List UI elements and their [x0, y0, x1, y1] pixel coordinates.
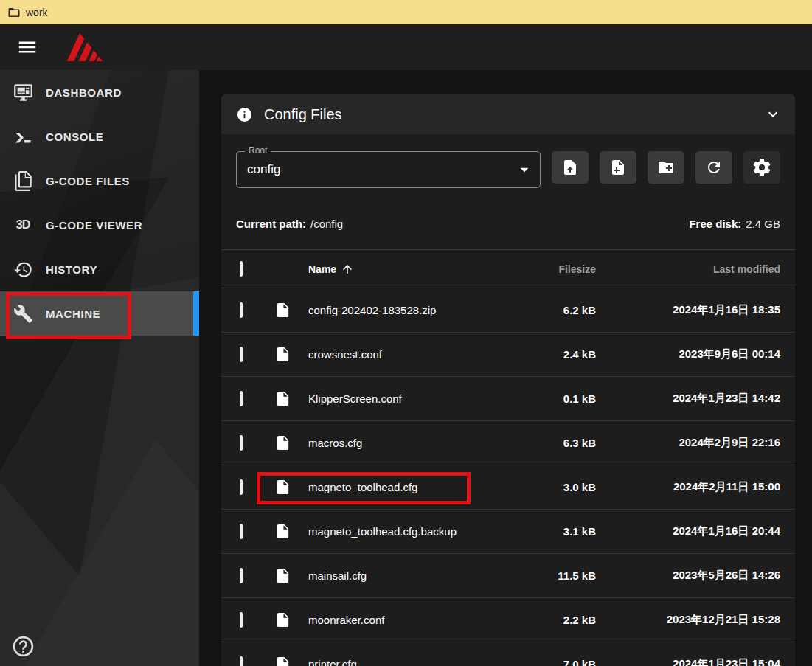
file-icon	[274, 522, 308, 541]
file-last-modified: 2023年5月26日 14:26	[673, 569, 780, 581]
file-icon	[274, 566, 291, 585]
sidebar-item-g-code-files[interactable]: G-CODE FILES	[0, 159, 199, 203]
file-row[interactable]: magneto_toolhead.cfg.backup3.1 kB2024年1月…	[221, 510, 795, 554]
file-icon	[274, 655, 308, 666]
file-last-modified: 2024年2月11日 15:00	[673, 480, 780, 493]
file-row[interactable]: crowsnest.conf2.4 kB2023年9月6日 00:14	[221, 333, 795, 377]
file-icon	[274, 434, 308, 452]
file-icon	[274, 389, 308, 408]
file-row[interactable]: printer.cfg7.0 kB2024年1月23日 15:04	[221, 642, 795, 666]
file-checkbox[interactable]	[240, 479, 243, 495]
file-icon	[274, 566, 308, 585]
file-icon	[274, 478, 291, 496]
root-select[interactable]: Root config	[236, 151, 541, 188]
root-select-label: Root	[245, 145, 271, 156]
main-content: Config Files Root config Current path:	[199, 70, 812, 666]
file-name: mainsail.cfg	[308, 569, 367, 582]
file-checkbox[interactable]	[240, 391, 243, 406]
file-checkbox[interactable]	[240, 435, 243, 451]
file-checkbox[interactable]	[240, 612, 243, 628]
file-checkbox[interactable]	[240, 347, 243, 362]
history-icon	[13, 260, 33, 280]
free-disk-value: 2.4 GB	[746, 218, 780, 230]
column-header-filesize[interactable]: Filesize	[558, 263, 596, 275]
free-disk-label: Free disk:	[689, 218, 741, 230]
file-row[interactable]: config-202402-183528.zip6.2 kB2024年1月16日…	[221, 288, 795, 333]
current-path-label: Current path:	[236, 218, 306, 230]
file-checkbox[interactable]	[240, 656, 243, 666]
file-size: 11.5 kB	[558, 569, 596, 582]
sidebar-item-g-code-viewer[interactable]: 3DG-CODE VIEWER	[0, 203, 199, 247]
machine-icon	[13, 304, 33, 324]
file-icon	[274, 611, 291, 629]
menu-icon[interactable]	[11, 32, 44, 62]
upload-file-button[interactable]	[552, 151, 589, 184]
sort-arrow-up-icon	[341, 263, 354, 276]
current-path-value: /config	[310, 218, 343, 230]
file-checkbox[interactable]	[240, 302, 243, 318]
create-folder-button[interactable]	[648, 151, 684, 184]
file-row[interactable]: KlipperScreen.conf0.1 kB2024年1月23日 14:42	[221, 377, 795, 421]
sidebar-item-label: MACHINE	[46, 308, 100, 320]
file-name: macros.cfg	[308, 437, 362, 449]
free-disk: Free disk: 2.4 GB	[689, 218, 780, 230]
sidebar-item-label: HISTORY	[46, 263, 97, 276]
file-row[interactable]: mainsail.cfg11.5 kB2023年5月26日 14:26	[221, 554, 795, 598]
file-size: 6.2 kB	[563, 304, 596, 316]
dashboard-icon	[13, 83, 33, 103]
file-name: crowsnest.conf	[308, 348, 382, 361]
browser-tab-group-strip[interactable]: work	[0, 0, 812, 24]
cog-icon	[752, 157, 772, 178]
file-last-modified: 2024年1月16日 18:35	[673, 303, 780, 316]
sidebar-nav: DASHBOARDCONSOLEG-CODE FILES3DG-CODE VIE…	[0, 70, 199, 336]
select-all-checkbox[interactable]	[240, 261, 243, 277]
sidebar-item-machine[interactable]: MACHINE	[0, 291, 199, 336]
3d-icon: 3D	[16, 218, 30, 232]
gcode-files-icon	[13, 171, 33, 191]
tab-group-label: work	[26, 7, 48, 18]
file-name: magneto_toolhead.cfg.backup	[308, 525, 457, 538]
sidebar-item-label: G-CODE VIEWER	[46, 219, 142, 232]
file-icon	[274, 345, 291, 364]
file-table-header: Name Filesize Last modified	[221, 249, 795, 288]
file-size: 2.4 kB	[563, 348, 596, 361]
sidebar-item-console[interactable]: CONSOLE	[0, 114, 199, 159]
panel-header: Config Files	[221, 94, 795, 134]
file-icon	[274, 478, 308, 496]
refresh-button[interactable]	[695, 151, 732, 184]
mainsail-logo-icon	[66, 31, 104, 63]
file-icon	[274, 655, 291, 666]
file-checkbox[interactable]	[240, 524, 243, 539]
file-last-modified: 2023年12月21日 15:28	[667, 613, 780, 625]
file-plus-icon	[609, 159, 627, 176]
toolbar-buttons	[552, 151, 780, 184]
file-name: moonraker.conf	[308, 614, 384, 626]
refresh-icon	[705, 159, 723, 176]
file-name: config-202402-183528.zip	[308, 304, 436, 316]
settings-button[interactable]	[743, 151, 780, 184]
file-name: magneto_toolhead.cfg	[308, 481, 417, 493]
file-size: 2.2 kB	[563, 614, 596, 626]
sidebar-item-history[interactable]: HISTORY	[0, 247, 199, 291]
menu-down-icon	[515, 160, 534, 179]
sidebar-item-dashboard[interactable]: DASHBOARD	[0, 70, 199, 114]
file-checkbox[interactable]	[240, 568, 243, 583]
file-row[interactable]: moonraker.conf2.2 kB2023年12月21日 15:28	[221, 598, 795, 642]
file-icon	[274, 611, 308, 629]
sidebar: DASHBOARDCONSOLEG-CODE FILES3DG-CODE VIE…	[0, 70, 199, 666]
create-file-button[interactable]	[600, 151, 636, 184]
sidebar-item-label: G-CODE FILES	[46, 175, 130, 187]
file-last-modified: 2024年1月16日 20:44	[673, 524, 780, 537]
file-row[interactable]: magneto_toolhead.cfg3.0 kB2024年2月11日 15:…	[221, 465, 795, 510]
folder-plus-icon	[657, 159, 675, 176]
help-icon[interactable]	[10, 634, 36, 661]
file-icon	[274, 301, 291, 319]
config-files-panel: Config Files Root config Current path:	[221, 94, 795, 666]
file-size: 6.3 kB	[563, 437, 596, 449]
file-icon	[274, 522, 291, 541]
column-header-name[interactable]: Name	[308, 263, 530, 276]
chevron-down-icon[interactable]	[764, 105, 782, 123]
column-header-last-modified[interactable]: Last modified	[713, 263, 780, 275]
file-last-modified: 2023年9月6日 00:14	[679, 347, 780, 360]
file-row[interactable]: macros.cfg6.3 kB2024年2月9日 22:16	[221, 421, 795, 465]
